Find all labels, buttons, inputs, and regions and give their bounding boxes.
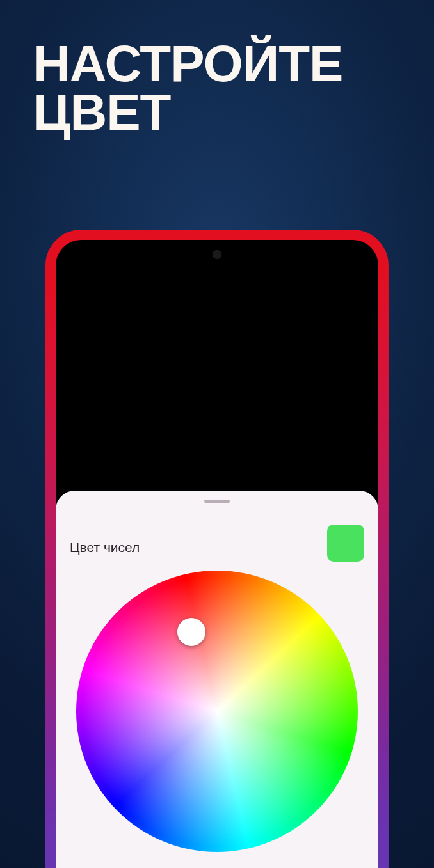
phone-frame: Цвет чисел [45, 230, 389, 868]
color-picker-handle[interactable] [177, 618, 205, 646]
sheet-grabber-icon[interactable] [204, 500, 230, 503]
color-wheel[interactable] [76, 571, 358, 852]
color-settings-sheet: Цвет чисел [56, 491, 378, 868]
camera-hole-icon [213, 250, 221, 259]
promo-headline: НАСТРОЙТЕ ЦВЕТ [33, 40, 421, 137]
hue-wheel-icon [76, 571, 358, 852]
phone-screen: Цвет чисел [56, 240, 378, 868]
number-color-label: Цвет чисел [70, 540, 140, 555]
number-color-row: Цвет чисел [70, 533, 364, 562]
selected-color-swatch[interactable] [327, 525, 364, 562]
